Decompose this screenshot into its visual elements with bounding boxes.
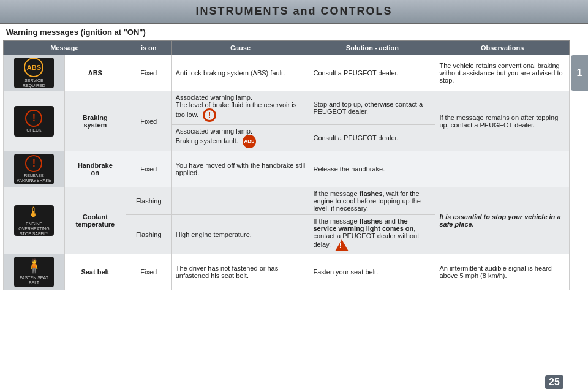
col-message: Message xyxy=(4,41,126,55)
braking-cause-1: Associated warning lamp. The level of br… xyxy=(172,91,309,125)
warning-triangle-icon: ! xyxy=(335,239,349,251)
seatbelt-cause: The driver has not fastened or has unfas… xyxy=(172,254,309,290)
coolant-cause-2: High engine temperature. xyxy=(172,215,309,254)
exclamation-icon: ! xyxy=(25,110,42,127)
braking-is-on: Fixed xyxy=(126,91,172,151)
coolant-obs: It is essential to stop your vehicle in … xyxy=(435,187,570,254)
braking-icon: ! CHECK xyxy=(14,106,54,137)
icon-cell-braking: ! CHECK xyxy=(4,91,65,151)
coolant-solution-1: If the message flashes, wait for the eng… xyxy=(309,187,435,215)
icon-cell-seatbelt: 🧍 FASTEN SEATBELT xyxy=(4,254,65,290)
abs-solution: Consult a PEUGEOT dealer. xyxy=(309,55,435,91)
braking-obs: If the message remains on after topping … xyxy=(435,91,570,151)
coolant-icon-label: ENGINE OVERHEATINGSTOP SAFELY xyxy=(14,222,54,236)
table-row: ABS SERVICEREQUIRED ABS Fixed Anti-lock … xyxy=(4,55,570,91)
handbrake-icon: ! RELEASEPARKING BRAKE xyxy=(14,154,54,184)
braking-cause-2: Associated warning lamp. Braking system … xyxy=(172,125,309,151)
seatbelt-solution: Fasten your seat belt. xyxy=(309,254,435,290)
coolant-message: Coolanttemperature xyxy=(64,187,126,254)
page-header: INSTRUMENTS and CONTROLS xyxy=(0,0,588,24)
handbrake-cause: You have moved off with the handbrake st… xyxy=(172,151,309,187)
coolant-cause-1 xyxy=(172,187,309,215)
table-row: ! CHECK Brakingsystem Fixed Associated w… xyxy=(4,91,570,125)
side-tab: 1 xyxy=(571,55,588,91)
abs-message: ABS xyxy=(64,55,126,91)
braking-message: Brakingsystem xyxy=(64,91,126,151)
icon-cell-handbrake: ! RELEASEPARKING BRAKE xyxy=(4,151,65,187)
seatbelt-obs: An intermittent audible signal is heard … xyxy=(435,254,570,290)
col-solution: Solution - action xyxy=(309,41,435,55)
table-row: 🧍 FASTEN SEATBELT Seat belt Fixed The dr… xyxy=(4,254,570,290)
seatbelt-message: Seat belt xyxy=(64,254,126,290)
braking-solution-2: Consult a PEUGEOT dealer. xyxy=(309,125,435,151)
col-observations: Observations xyxy=(435,41,570,55)
section-title: Warning messages (ignition at "ON") xyxy=(0,24,588,40)
seatbelt-is-on: Fixed xyxy=(126,254,172,290)
icon-cell-coolant: 🌡 ENGINE OVERHEATINGSTOP SAFELY xyxy=(4,187,65,254)
handbrake-message: Handbrakeon xyxy=(64,151,126,187)
col-cause: Cause xyxy=(172,41,309,55)
coolant-icon: 🌡 ENGINE OVERHEATINGSTOP SAFELY xyxy=(14,205,54,236)
abs-is-on: Fixed xyxy=(126,55,172,91)
handbrake-is-on: Fixed xyxy=(126,151,172,187)
abs-obs: The vehicle retains conventional braking… xyxy=(435,55,570,91)
coolant-is-on-1: Flashing xyxy=(126,187,172,215)
exclamation-inline-icon: ! xyxy=(203,108,216,122)
coolant-is-on-2: Flashing xyxy=(126,215,172,254)
table-row: ! RELEASEPARKING BRAKE Handbrakeon Fixed… xyxy=(4,151,570,187)
abs-icon-label: SERVICEREQUIRED xyxy=(23,78,45,88)
braking-icon-label: CHECK xyxy=(26,128,42,133)
abs-cause: Anti-lock braking system (ABS) fault. xyxy=(172,55,309,91)
handbrake-obs xyxy=(435,151,570,187)
warning-table: Message is on Cause Solution - action Ob… xyxy=(3,40,570,290)
col-is-on: is on xyxy=(126,41,172,55)
abs-circle-icon: ABS xyxy=(24,58,43,77)
abs-icon: ABS SERVICEREQUIRED xyxy=(14,58,54,88)
page-number: 25 xyxy=(545,375,564,389)
icon-cell-abs: ABS SERVICEREQUIRED xyxy=(4,55,65,91)
seatbelt-icon-label: FASTEN SEATBELT xyxy=(20,276,48,285)
engine-overheat-icon: 🌡 xyxy=(27,205,40,221)
coolant-solution-2: If the message flashes and the service w… xyxy=(309,215,435,254)
seatbelt-icon: 🧍 FASTEN SEATBELT xyxy=(14,257,54,287)
braking-solution-1: Stop and top up, otherwise contact a PEU… xyxy=(309,91,435,125)
handbrake-icon-label: RELEASEPARKING BRAKE xyxy=(17,173,51,183)
handbrake-solution: Release the handbrake. xyxy=(309,151,435,187)
seatbelt-figure-icon: 🧍 xyxy=(26,258,42,274)
handbrake-excl-icon: ! xyxy=(25,155,42,172)
abs-inline-icon: ABS xyxy=(243,135,256,148)
table-row: 🌡 ENGINE OVERHEATINGSTOP SAFELY Coolantt… xyxy=(4,187,570,215)
